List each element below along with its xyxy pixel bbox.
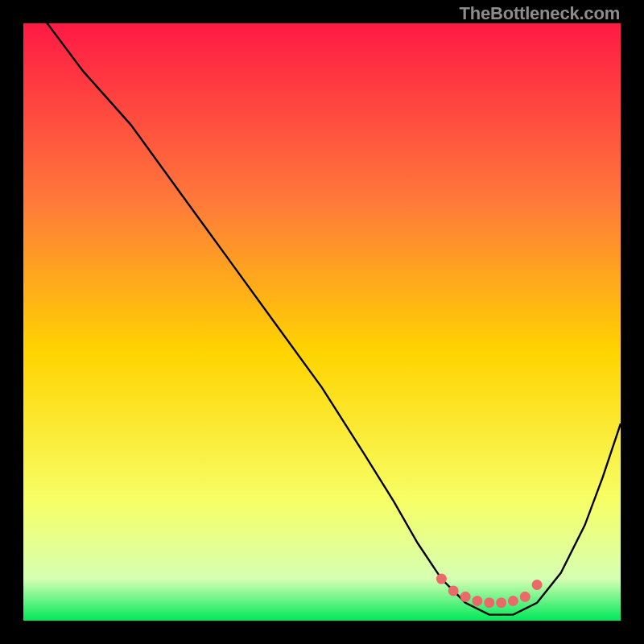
optimal-marker — [520, 592, 530, 602]
watermark-text: TheBottleneck.com — [459, 3, 620, 24]
optimal-marker — [484, 597, 494, 608]
chart-svg — [23, 23, 621, 621]
chart-frame: TheBottleneck.com — [0, 0, 644, 644]
optimal-marker — [508, 596, 518, 606]
optimal-marker — [436, 574, 447, 584]
optimal-marker — [448, 585, 459, 596]
optimal-marker — [496, 597, 506, 608]
optimal-marker — [460, 592, 471, 602]
gradient-background — [23, 23, 621, 621]
optimal-marker — [532, 580, 543, 590]
optimal-marker — [472, 596, 482, 606]
plot-area — [23, 23, 621, 621]
